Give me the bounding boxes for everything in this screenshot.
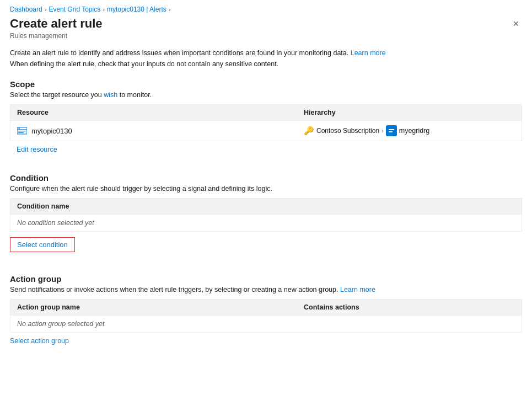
ag-col-actions: Contains actions — [304, 303, 515, 311]
action-group-desc: Send notifications or invoke actions whe… — [10, 286, 522, 293]
ag-table-header: Action group name Contains actions — [10, 299, 522, 316]
resource-name: mytopic0130 — [31, 127, 72, 135]
breadcrumb: Dashboard › Event Grid Topics › mytopic0… — [0, 0, 532, 17]
scope-section: Scope Select the target resource you wis… — [10, 79, 522, 158]
svg-rect-8 — [389, 131, 393, 132]
condition-value-row: No condition selected yet — [10, 215, 522, 232]
scope-title: Scope — [10, 79, 522, 89]
ag-value-row: No action group selected yet — [10, 316, 522, 333]
svg-rect-6 — [388, 127, 395, 135]
edit-resource-link[interactable]: Edit resource — [10, 141, 522, 158]
page-title: Create alert rule — [10, 17, 103, 31]
scope-table: Resource Hierarchy — [10, 104, 522, 141]
info-second-line: When defining the alert rule, check that… — [10, 60, 278, 68]
svg-rect-5 — [18, 132, 24, 133]
rg-icon — [386, 125, 397, 136]
hierarchy-rg: myegridrg — [399, 127, 430, 135]
key-icon: 🔑 — [304, 126, 314, 136]
page-wrapper: Dashboard › Event Grid Topics › mytopic0… — [0, 0, 532, 395]
scope-table-header: Resource Hierarchy — [10, 105, 522, 121]
resource-icon — [17, 126, 27, 136]
breadcrumb-dashboard[interactable]: Dashboard — [10, 6, 42, 13]
svg-rect-7 — [389, 129, 394, 130]
select-action-group-link[interactable]: Select action group — [10, 333, 522, 345]
scope-desc-after: to monitor. — [117, 91, 152, 99]
page-subtitle: Rules management — [10, 32, 103, 40]
hierarchy-cell: 🔑 Contoso Subscription › myegridrg — [304, 125, 515, 136]
scope-table-row: mytopic0130 🔑 Contoso Subscription › — [10, 121, 522, 141]
scope-desc: Select the target resource you wish to m… — [10, 91, 522, 99]
hierarchy-subscription: Contoso Subscription — [316, 127, 379, 135]
scope-desc-text: Select the target resource you — [10, 91, 104, 99]
select-condition-button[interactable]: Select condition — [10, 237, 75, 252]
hierarchy-arrow: › — [381, 127, 384, 134]
main-content: Create an alert rule to identify and add… — [0, 40, 532, 395]
info-banner: Create an alert rule to identify and add… — [10, 47, 522, 70]
action-group-title: Action group — [10, 274, 522, 284]
resource-cell: mytopic0130 — [17, 126, 304, 136]
breadcrumb-sep-1: › — [45, 6, 47, 13]
condition-desc: Configure when the alert rule should tri… — [10, 185, 522, 193]
action-group-section: Action group Send notifications or invok… — [10, 274, 522, 345]
info-learn-more-link[interactable]: Learn more — [351, 49, 386, 57]
info-text-before: Create an alert rule to identify and add… — [10, 49, 351, 57]
close-button[interactable]: × — [509, 17, 522, 31]
condition-section: Condition Configure when the alert rule … — [10, 173, 522, 254]
breadcrumb-sep-2: › — [103, 6, 105, 13]
header-row: Create alert rule Rules management × — [0, 17, 532, 40]
condition-name-header: Condition name — [10, 198, 522, 215]
condition-title: Condition — [10, 173, 522, 183]
svg-rect-4 — [18, 131, 26, 131]
ag-col-name: Action group name — [17, 303, 304, 311]
breadcrumb-mytopic-alerts[interactable]: mytopic0130 | Alerts — [107, 6, 166, 13]
section-gap-2 — [10, 254, 522, 270]
svg-point-3 — [18, 129, 19, 130]
ag-learn-more-link[interactable]: Learn more — [340, 286, 375, 293]
section-gap-1 — [10, 158, 522, 173]
breadcrumb-sep-3: › — [169, 6, 171, 13]
scope-desc-link[interactable]: wish — [104, 91, 117, 99]
ag-desc-text: Send notifications or invoke actions whe… — [10, 286, 340, 293]
breadcrumb-event-grid[interactable]: Event Grid Topics — [49, 6, 100, 13]
scope-col-resource: Resource — [17, 109, 304, 116]
scope-col-hierarchy: Hierarchy — [304, 109, 515, 116]
header-title-block: Create alert rule Rules management — [10, 17, 103, 40]
